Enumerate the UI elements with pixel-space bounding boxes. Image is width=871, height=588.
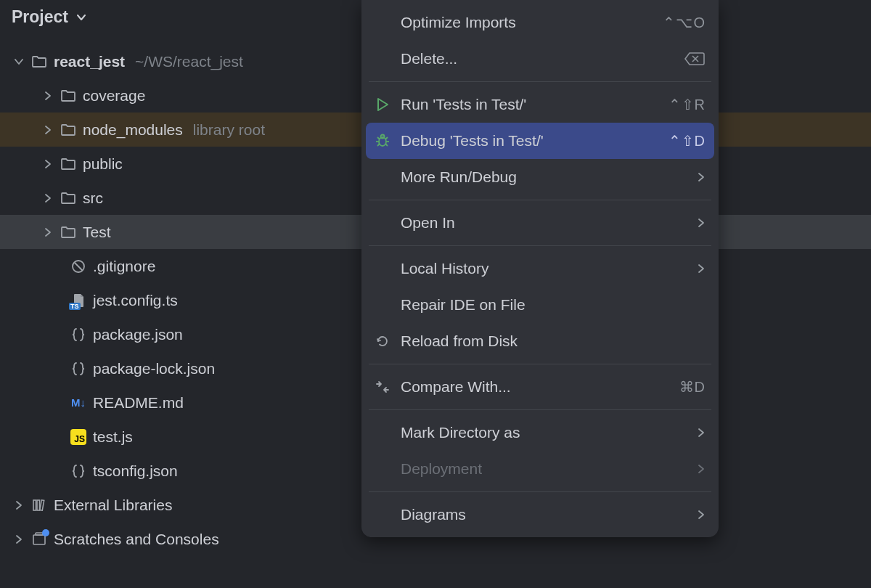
reload-icon [372,334,393,348]
menu-label: More Run/Debug [401,168,690,186]
svg-rect-3 [37,500,40,510]
menu-deployment: Deployment [366,451,714,487]
folder-label: node_modules [83,121,183,139]
tree-label: Scratches and Consoles [54,531,219,548]
compare-icon [372,380,393,394]
folder-icon [60,155,77,173]
ts-file-icon: TS [70,292,87,309]
json-icon [70,326,87,343]
folder-label: src [83,189,103,207]
menu-separator [369,81,711,82]
folder-icon [60,121,77,139]
chevron-right-icon [697,264,706,274]
menu-label: Delete... [401,50,676,68]
svg-line-1 [75,262,83,270]
folder-suffix: library root [193,121,265,139]
folder-label: coverage [83,87,145,105]
folder-label: Test [83,224,111,241]
chevron-right-icon[interactable] [42,193,54,203]
folder-label: public [83,155,123,173]
menu-more-run-debug[interactable]: More Run/Debug [366,159,714,195]
menu-reload-from-disk[interactable]: Reload from Disk [366,323,714,359]
file-label: package-lock.json [93,360,215,377]
chevron-right-icon [697,510,706,520]
chevron-right-icon [697,218,706,228]
folder-label: react_jest [54,53,125,70]
svg-line-15 [377,144,380,146]
tree-label: External Libraries [54,497,172,514]
menu-optimize-imports[interactable]: Optimize Imports ⌃⌥O [366,4,714,41]
chevron-right-icon[interactable] [42,227,54,237]
folder-icon [30,53,48,70]
ignore-icon [70,258,87,275]
svg-rect-5 [33,535,45,544]
menu-local-history[interactable]: Local History [366,250,714,287]
menu-label: Repair IDE on File [401,296,706,314]
menu-label: Reload from Disk [401,332,706,350]
folder-path: ~/WS/react_jest [135,53,243,70]
menu-shortcut: ⌃⇧R [668,96,706,113]
menu-run-tests[interactable]: Run 'Tests in Test/' ⌃⇧R [366,86,714,123]
svg-rect-2 [33,500,36,510]
markdown-icon: M↓ [70,394,87,412]
file-label: .gitignore [93,258,155,275]
menu-separator [369,409,711,410]
context-menu: Optimize Imports ⌃⌥O Delete... Run 'Test… [361,0,719,537]
menu-separator [369,364,711,364]
menu-separator [369,245,711,246]
folder-icon [60,189,77,207]
menu-shortcut: ⌃⌥O [663,14,706,31]
menu-label: Deployment [401,460,690,478]
file-label: test.js [93,428,133,446]
json-icon [70,360,87,377]
menu-label: Open In [401,214,690,232]
menu-delete[interactable]: Delete... [366,41,714,77]
menu-compare-with[interactable]: Compare With... ⌘D [366,369,714,405]
menu-shortcut: ⌃⇧D [668,132,706,150]
svg-rect-4 [40,499,44,510]
svg-line-16 [385,144,388,146]
chevron-right-icon [697,464,706,474]
menu-debug-tests[interactable]: Debug 'Tests in Test/' ⌃⇧D [366,123,714,159]
chevron-right-icon[interactable] [13,500,25,510]
menu-diagrams[interactable]: Diagrams [366,497,714,533]
chevron-right-icon [697,428,706,438]
menu-open-in[interactable]: Open In [366,205,714,241]
library-icon [30,497,48,514]
menu-shortcut: ⌘D [679,378,706,396]
menu-separator [369,200,711,200]
menu-label: Local History [401,260,690,277]
chevron-right-icon [697,172,706,182]
file-label: jest.config.ts [93,292,178,309]
svg-line-13 [377,137,380,139]
chevron-down-icon[interactable] [13,57,25,67]
file-label: tsconfig.json [93,462,178,480]
chevron-right-icon[interactable] [13,534,25,544]
delete-key-icon [684,52,706,66]
file-label: package.json [93,326,183,343]
bug-icon [372,133,393,149]
menu-repair-ide[interactable]: Repair IDE on File [366,287,714,323]
menu-label: Optimize Imports [401,14,655,31]
panel-title: Project [12,7,68,27]
scratches-icon [30,531,48,548]
json-icon [70,462,87,480]
menu-label: Mark Directory as [401,424,690,441]
folder-icon [60,87,77,105]
file-label: README.md [93,394,184,412]
svg-point-10 [381,135,385,139]
menu-label: Debug 'Tests in Test/' [401,132,661,150]
chevron-down-icon[interactable] [75,12,87,23]
menu-mark-directory-as[interactable]: Mark Directory as [366,415,714,451]
menu-separator [369,491,711,492]
svg-line-14 [385,137,388,139]
menu-label: Run 'Tests in Test/' [401,96,661,113]
folder-icon [60,224,77,241]
menu-label: Diagrams [401,506,690,523]
menu-label: Compare With... [401,378,672,396]
chevron-right-icon[interactable] [42,91,54,101]
chevron-right-icon[interactable] [42,125,54,135]
chevron-right-icon[interactable] [42,159,54,169]
js-file-icon: JS [70,428,87,446]
play-icon [372,97,393,112]
